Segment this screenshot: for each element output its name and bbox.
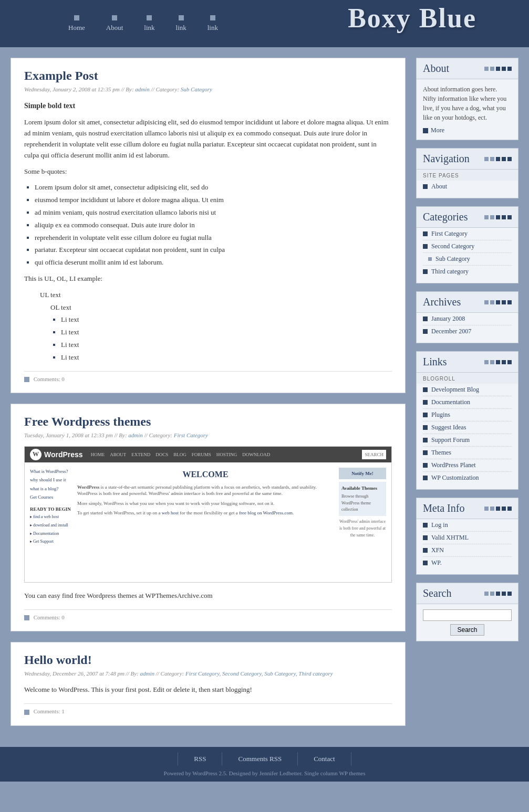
dot4 <box>502 157 506 161</box>
comments-link-1[interactable]: Comments: 0 <box>34 376 65 382</box>
category-sub[interactable]: Sub Category <box>435 255 470 263</box>
wp-sidebar-item: Get Courses <box>30 493 72 501</box>
widget-cat-dots <box>484 215 512 219</box>
category-third[interactable]: Third category <box>431 268 469 276</box>
ul-label: UL text <box>40 290 392 301</box>
more-link[interactable]: More <box>431 126 444 134</box>
post-comments-2: Comments: 0 <box>24 609 392 620</box>
dot3 <box>496 507 500 511</box>
link-devblog[interactable]: Development Blog <box>431 386 479 394</box>
nav-link1[interactable]: link <box>144 15 154 32</box>
link-plugins[interactable]: Plugins <box>431 411 450 419</box>
about-text: About information goes here. Nifty infor… <box>423 85 512 122</box>
wp-right-box-1: Notify Me! <box>339 468 386 479</box>
dot4 <box>502 215 506 219</box>
link3-icon <box>210 15 215 20</box>
wp-sidebar-item: why should I use it <box>30 476 72 483</box>
post-categories-3[interactable]: First Category, Second Category, Sub Cat… <box>185 670 333 677</box>
dot2 <box>490 157 494 161</box>
bullet-icon <box>423 269 428 274</box>
footer-credit: Powered by WordPress 2.5. Designed by Je… <box>0 770 529 776</box>
link-wp-custom[interactable]: WP Customization <box>431 474 479 482</box>
list-item: Log in <box>423 519 512 532</box>
wp-body: What is WordPress? why should I use it w… <box>25 462 391 582</box>
list-item: aliquip ex ea commodo consequat. Duis au… <box>35 220 392 231</box>
nav-link3[interactable]: link <box>208 15 218 32</box>
link-docs[interactable]: Documentation <box>431 398 470 406</box>
meta-xhtml[interactable]: Valid XHTML <box>431 534 469 542</box>
nav-home[interactable]: Home <box>68 15 85 32</box>
post-comments-3: Comments: 1 <box>24 703 392 714</box>
post-author-1[interactable]: admin <box>135 86 150 92</box>
bullet-icon <box>423 244 428 249</box>
meta-xfn[interactable]: XFN <box>431 546 444 554</box>
wp-sidebar-item: what is a blog? <box>30 485 72 492</box>
wp-nav-hosting: HOSTING <box>216 451 237 458</box>
post-author-3[interactable]: admin <box>140 670 154 677</box>
link-suggest[interactable]: Suggest Ideas <box>431 424 466 431</box>
footer-comments-rss[interactable]: Comments RSS <box>222 752 298 766</box>
list-item: Documentation <box>423 396 512 409</box>
archives-list: January 2008 December 2007 <box>417 313 518 343</box>
post-content-2: W WordPress HOME ABOUT EXTEND DOCS BLOG … <box>24 446 392 602</box>
list-item: pariatur. Excepteur sint occaecat cupida… <box>35 245 392 256</box>
meta-login[interactable]: Log in <box>431 521 448 529</box>
category-second[interactable]: Second Category <box>431 242 474 250</box>
post-title-2: Free Wordpress themes <box>24 415 392 429</box>
list-item: Support Forum <box>423 434 512 447</box>
wp-search-label: SEARCH <box>365 451 383 458</box>
category-first[interactable]: First Category <box>431 230 468 238</box>
comments-link-3[interactable]: Comments: 1 <box>34 708 65 714</box>
list-item: Third category <box>423 266 512 278</box>
home-icon <box>74 15 79 20</box>
footer-contact[interactable]: Contact <box>298 752 351 766</box>
dot1 <box>484 360 489 364</box>
dot2 <box>490 67 494 71</box>
bullet-icon <box>423 425 428 430</box>
link-themes[interactable]: Themes <box>431 449 451 457</box>
post-bquotes-label: Some b-quotes: <box>24 166 392 177</box>
post-author-2[interactable]: admin <box>128 432 143 438</box>
bullet-icon <box>423 535 428 540</box>
nav-about-link[interactable]: About <box>431 183 447 191</box>
widget-navigation: Navigation SITE PAGES About <box>416 148 518 198</box>
list-item: Development Blog <box>423 384 512 396</box>
nav-about[interactable]: About <box>106 15 123 32</box>
wp-welcome-heading: WELCOME <box>77 468 334 481</box>
meta-wp[interactable]: WP. <box>431 559 442 567</box>
link-support[interactable]: Support Forum <box>431 436 470 444</box>
widget-about-content: About information goes here. Nifty infor… <box>417 79 518 140</box>
dot2 <box>490 215 494 219</box>
post-date-2: Tuesday, January 1, 2008 at 12:33 pm <box>24 432 113 438</box>
post-category-2[interactable]: First Category <box>174 432 208 438</box>
bullet-icon <box>423 463 428 468</box>
wp-right-box-2: Available Themes Browse through WordPres… <box>339 482 386 516</box>
widget-nav-title: Navigation <box>417 149 518 170</box>
dot1 <box>484 157 489 161</box>
archive-jan[interactable]: January 2008 <box>431 315 465 323</box>
post-title-1: Example Post <box>24 69 392 83</box>
sidebar: About About information goes here. Nifty… <box>416 58 518 736</box>
bullet-icon <box>423 329 428 334</box>
post-comments-1: Comments: 0 <box>24 371 392 382</box>
search-button[interactable]: Search <box>450 624 484 636</box>
post-quotes-list: Lorem ipsum dolor sit amet, consectetur … <box>35 182 392 268</box>
dot1 <box>484 67 489 71</box>
archive-dec[interactable]: December 2007 <box>431 328 471 335</box>
post-meta-3: Wednesday, December 26, 2007 at 7:48 pm … <box>24 670 392 677</box>
main-navigation: Home About link link link <box>68 15 218 32</box>
link-wp-planet[interactable]: WordPress Planet <box>431 461 476 469</box>
footer-rss[interactable]: RSS <box>178 752 222 766</box>
search-input[interactable] <box>423 609 512 621</box>
widget-about-more: More <box>423 126 512 134</box>
widget-search-title: Search <box>417 583 518 604</box>
nav-link2[interactable]: link <box>176 15 186 32</box>
comments-link-2[interactable]: Comments: 0 <box>34 614 65 620</box>
site-footer: RSS Comments RSS Contact Powered by Word… <box>0 747 529 782</box>
list-item: Plugins <box>423 409 512 421</box>
dot3 <box>496 215 500 219</box>
dot5 <box>507 300 512 304</box>
post-date-3: Wednesday, December 26, 2007 at 7:48 pm <box>24 670 125 677</box>
bullet-icon <box>423 184 428 189</box>
post-category-1[interactable]: Sub Category <box>181 86 212 92</box>
